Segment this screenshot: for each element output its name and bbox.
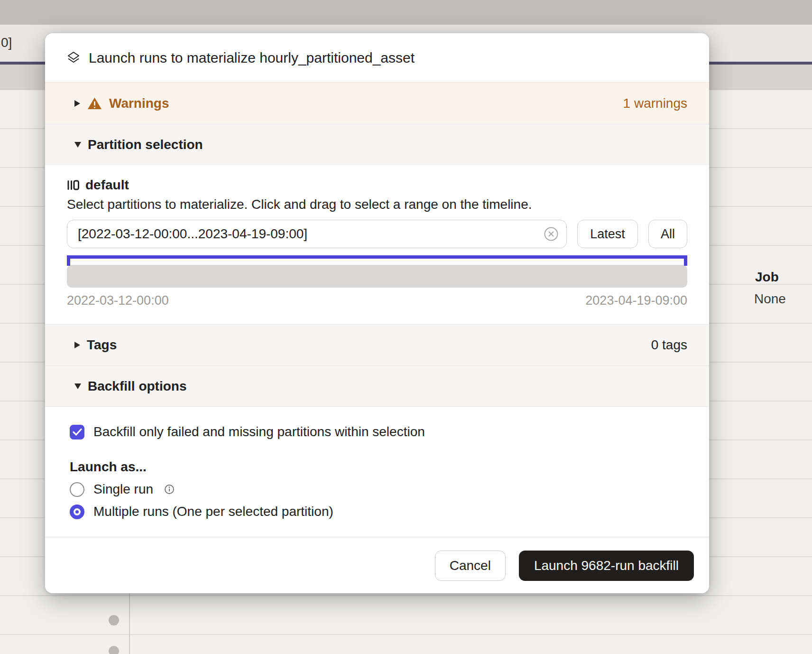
- partition-selection-body: default Select partitions to materialize…: [45, 165, 709, 324]
- background-job-column-value: None: [754, 291, 786, 307]
- launch-backfill-button[interactable]: Launch 9682-run backfill: [519, 551, 694, 581]
- tags-count: 0 tags: [651, 337, 687, 353]
- backfill-only-failed-row: Backfill only failed and missing partiti…: [70, 424, 687, 439]
- checkmark-icon: [73, 428, 82, 436]
- warnings-label: Warnings: [109, 96, 169, 111]
- partition-selection-label: Partition selection: [88, 137, 203, 152]
- backfill-only-failed-checkbox[interactable]: [70, 425, 84, 439]
- background-job-column-header: Job: [755, 270, 779, 285]
- partition-range-input[interactable]: [2022-03-12-00:00...2023-04-19-09:00]: [67, 220, 567, 248]
- latest-button[interactable]: Latest: [577, 220, 638, 248]
- chevron-right-icon: [74, 100, 80, 107]
- dialog-header: Launch runs to materialize hourly_partit…: [45, 33, 709, 82]
- single-run-label: Single run: [93, 482, 153, 497]
- background-top-bar: [0, 0, 812, 25]
- background-column-divider: [129, 593, 130, 654]
- multiple-runs-label: Multiple runs (One per selected partitio…: [93, 504, 333, 519]
- warnings-count: 1 warnings: [623, 96, 687, 111]
- single-run-radio[interactable]: [70, 482, 84, 497]
- multiple-runs-radio[interactable]: [70, 505, 84, 519]
- dialog-footer: Cancel Launch 9682-run backfill: [45, 537, 709, 593]
- all-button[interactable]: All: [648, 220, 687, 248]
- launch-as-label: Launch as...: [70, 459, 687, 475]
- background-partial-tag-text: 0]: [1, 35, 12, 50]
- multiple-runs-option: Multiple runs (One per selected partitio…: [70, 504, 687, 519]
- timeline-selection-range[interactable]: [67, 255, 687, 259]
- timeline-start-date: 2022-03-12-00:00: [67, 293, 169, 308]
- tags-section-toggle[interactable]: Tags 0 tags: [45, 324, 709, 365]
- partition-set-icon: [67, 179, 79, 191]
- chevron-down-icon: [74, 142, 81, 148]
- timeline-end-date: 2023-04-19-09:00: [585, 293, 687, 308]
- backfill-options-toggle[interactable]: Backfill options: [45, 365, 709, 407]
- clear-selection-icon[interactable]: [544, 226, 559, 242]
- partition-selection-toggle[interactable]: Partition selection: [45, 124, 709, 165]
- warning-triangle-icon: [87, 97, 102, 110]
- partition-set-name: default: [85, 178, 129, 193]
- timeline-date-labels: 2022-03-12-00:00 2023-04-19-09:00: [67, 293, 687, 308]
- tags-label: Tags: [87, 337, 117, 353]
- materialize-layers-icon: [66, 51, 81, 65]
- chevron-down-icon: [74, 383, 81, 389]
- background-status-dot: [109, 615, 119, 626]
- chevron-right-icon: [74, 342, 80, 348]
- partition-range-value: [2022-03-12-00:00...2023-04-19-09:00]: [78, 226, 544, 242]
- info-icon[interactable]: [164, 484, 175, 495]
- background-status-dot: [109, 646, 119, 654]
- single-run-option: Single run: [70, 482, 687, 497]
- partition-timeline[interactable]: [67, 265, 687, 288]
- launch-backfill-dialog: Launch runs to materialize hourly_partit…: [45, 33, 709, 593]
- warnings-section-toggle[interactable]: Warnings 1 warnings: [45, 82, 709, 124]
- partition-selection-description: Select partitions to materialize. Click …: [67, 197, 687, 212]
- backfill-options-body: Backfill only failed and missing partiti…: [45, 407, 709, 537]
- partition-set-row: default: [67, 178, 687, 193]
- dialog-title: Launch runs to materialize hourly_partit…: [89, 50, 415, 66]
- backfill-options-label: Backfill options: [88, 379, 186, 394]
- cancel-button[interactable]: Cancel: [435, 551, 506, 581]
- radio-selected-dot: [74, 508, 81, 515]
- backfill-only-failed-label: Backfill only failed and missing partiti…: [93, 424, 425, 439]
- partition-range-row: [2022-03-12-00:00...2023-04-19-09:00] La…: [67, 220, 687, 248]
